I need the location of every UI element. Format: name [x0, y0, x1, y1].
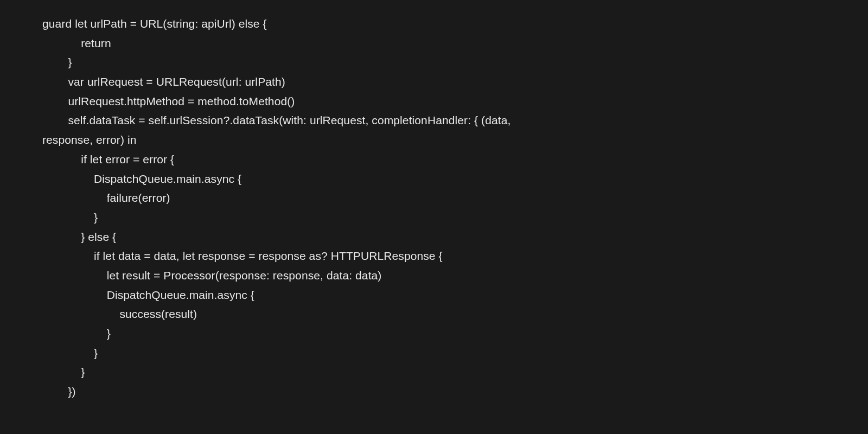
- code-line: } else {: [42, 231, 116, 243]
- code-line: guard let urlPath = URL(string: apiUrl) …: [42, 17, 267, 30]
- code-line: let result = Processor(response: respons…: [42, 269, 381, 282]
- code-line: DispatchQueue.main.async {: [42, 173, 241, 185]
- code-line: self.dataTask = self.urlSession?.dataTas…: [42, 114, 510, 126]
- code-line: response, error) in: [42, 133, 136, 146]
- code-line: }: [42, 327, 111, 340]
- code-line: }): [42, 385, 76, 398]
- code-line: var urlRequest = URLRequest(url: urlPath…: [42, 75, 285, 88]
- code-line: success(result): [42, 308, 197, 320]
- code-line: if let data = data, let response = respo…: [42, 250, 443, 262]
- code-line: failure(error): [42, 192, 170, 204]
- code-line: DispatchQueue.main.async {: [42, 289, 254, 301]
- code-snippet: guard let urlPath = URL(string: apiUrl) …: [42, 14, 868, 401]
- code-line: }: [42, 366, 85, 378]
- code-line: return: [42, 37, 111, 49]
- code-line: }: [42, 347, 98, 359]
- code-line: if let error = error {: [42, 153, 174, 165]
- code-line: }: [42, 56, 72, 68]
- code-line: urlRequest.httpMethod = method.toMethod(…: [42, 95, 295, 107]
- code-line: }: [42, 211, 98, 224]
